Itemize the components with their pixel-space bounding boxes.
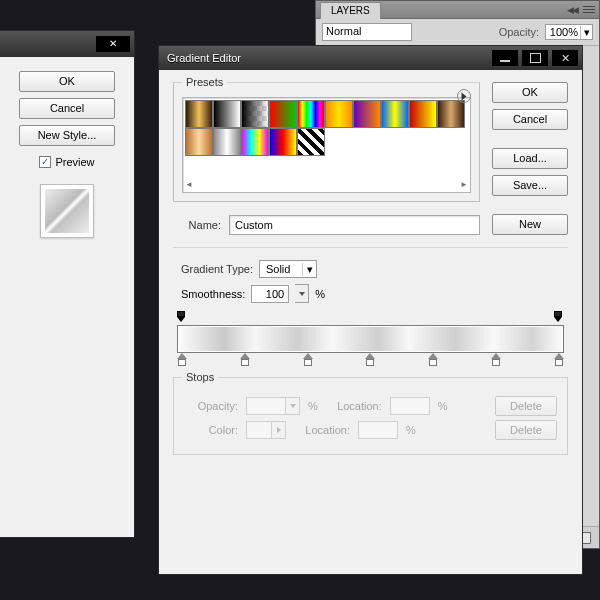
close-icon[interactable]: ✕ (552, 50, 578, 66)
stop-location-label: Location: (294, 424, 350, 436)
smoothness-input[interactable] (251, 285, 289, 303)
divider (173, 247, 568, 248)
opacity-input[interactable] (546, 25, 580, 39)
opacity-label: Opacity: (499, 26, 539, 38)
opacity-stop[interactable] (177, 311, 187, 321)
preset-swatch[interactable] (409, 100, 437, 128)
preset-swatch[interactable] (381, 100, 409, 128)
name-label: Name: (173, 219, 221, 231)
layer-style-titlebar[interactable]: ✕ (0, 31, 134, 57)
presets-list: ◄► (182, 97, 471, 193)
preset-swatch[interactable] (213, 100, 241, 128)
preset-swatch[interactable] (269, 128, 297, 156)
presets-scrollbar[interactable]: ◄► (185, 178, 468, 190)
preset-swatch[interactable] (185, 128, 213, 156)
preset-swatch[interactable] (297, 128, 325, 156)
gradient-edit-area (177, 311, 564, 367)
opacity-field[interactable]: ▾ (545, 24, 593, 40)
presets-group: Presets (173, 82, 480, 202)
color-stop[interactable] (303, 353, 313, 367)
gradient-name-input[interactable] (229, 215, 480, 235)
stops-label: Stops (182, 371, 218, 383)
gradient-type-label: Gradient Type: (181, 263, 253, 275)
layers-tab[interactable]: LAYERS (320, 2, 381, 19)
presets-label: Presets (182, 76, 227, 88)
gradient-editor-title: Gradient Editor (163, 52, 488, 64)
minimize-icon[interactable] (492, 50, 518, 66)
delete-opacity-stop-button: Delete (495, 396, 557, 416)
color-stop[interactable] (554, 353, 564, 367)
gradient-bar[interactable] (177, 325, 564, 353)
layers-controls: Normal Opacity: ▾ (316, 19, 599, 46)
ok-button[interactable]: OK (492, 82, 568, 103)
stop-color-swatch (246, 421, 286, 439)
panel-menu-icon[interactable] (583, 6, 595, 13)
save-button[interactable]: Save... (492, 175, 568, 196)
stop-location-label: Location: (326, 400, 382, 412)
stops-group: Stops Opacity: % Location: % Delete Colo… (173, 377, 568, 455)
preview-checkbox[interactable]: ✓ (39, 156, 51, 168)
blend-mode-select[interactable]: Normal (322, 23, 412, 41)
smoothness-label: Smoothness: (181, 288, 245, 300)
preset-swatch[interactable] (353, 100, 381, 128)
stepper-icon (286, 397, 300, 415)
layers-tabbar: LAYERS ◀◀ (316, 1, 599, 19)
opacity-stop[interactable] (554, 311, 564, 321)
preset-swatch[interactable] (297, 100, 325, 128)
layer-style-dialog: ✕ OK Cancel New Style... ✓ Preview (0, 30, 135, 538)
color-stop[interactable] (428, 353, 438, 367)
color-stop[interactable] (491, 353, 501, 367)
smoothness-stepper-icon[interactable] (295, 284, 309, 303)
gradient-editor-dialog: Gradient Editor ✕ Presets (158, 45, 583, 575)
chevron-down-icon[interactable]: ▾ (302, 263, 316, 276)
stop-opacity-label: Opacity: (184, 400, 238, 412)
color-stop[interactable] (177, 353, 187, 367)
cancel-button[interactable]: Cancel (492, 109, 568, 130)
gradient-editor-titlebar[interactable]: Gradient Editor ✕ (159, 46, 582, 70)
presets-menu-icon[interactable] (457, 89, 471, 103)
preset-swatch[interactable] (213, 128, 241, 156)
preset-swatch[interactable] (241, 100, 269, 128)
opacity-stops-track[interactable] (177, 311, 564, 325)
new-gradient-button[interactable]: New (492, 214, 568, 235)
percent-label: % (438, 400, 448, 412)
percent-label: % (315, 288, 325, 300)
stop-location-input (358, 421, 398, 439)
color-stops-track[interactable] (177, 353, 564, 367)
stop-opacity-input (246, 397, 286, 415)
delete-color-stop-button: Delete (495, 420, 557, 440)
cancel-button[interactable]: Cancel (19, 98, 115, 119)
opacity-stepper-icon[interactable]: ▾ (580, 26, 592, 39)
collapse-panel-icon[interactable]: ◀◀ (567, 5, 577, 15)
preset-swatch[interactable] (437, 100, 465, 128)
gradient-type-select[interactable]: Solid ▾ (259, 260, 317, 278)
load-button[interactable]: Load... (492, 148, 568, 169)
stop-location-input (390, 397, 430, 415)
stop-color-label: Color: (184, 424, 238, 436)
close-icon[interactable]: ✕ (96, 36, 130, 52)
color-stop[interactable] (365, 353, 375, 367)
preset-swatch[interactable] (185, 100, 213, 128)
preset-swatch[interactable] (269, 100, 297, 128)
preset-swatch[interactable] (325, 100, 353, 128)
preview-checkbox-row[interactable]: ✓ Preview (39, 156, 94, 168)
color-stop[interactable] (240, 353, 250, 367)
maximize-icon[interactable] (522, 50, 548, 66)
preview-label: Preview (55, 156, 94, 168)
ok-button[interactable]: OK (19, 71, 115, 92)
preset-swatch[interactable] (241, 128, 269, 156)
percent-label: % (406, 424, 416, 436)
gradient-type-value: Solid (260, 261, 302, 277)
percent-label: % (308, 400, 318, 412)
style-preview-swatch (40, 184, 94, 238)
new-style-button[interactable]: New Style... (19, 125, 115, 146)
